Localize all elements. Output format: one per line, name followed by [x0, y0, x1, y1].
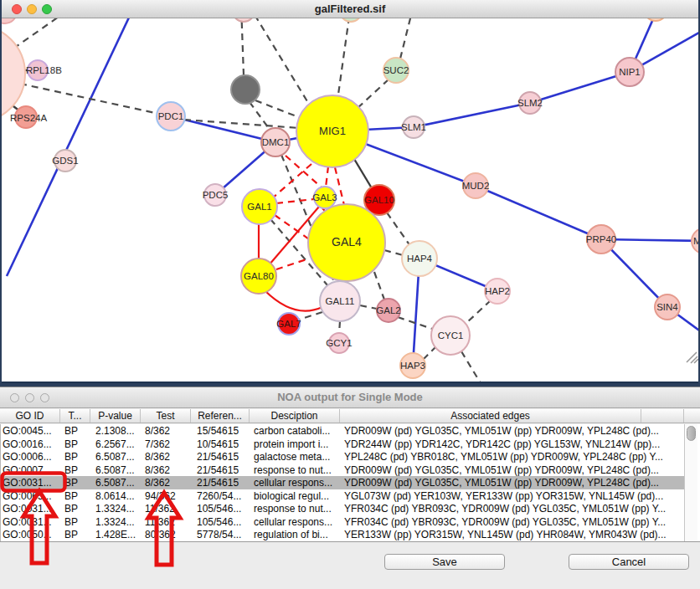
graph-edge — [276, 259, 309, 269]
cell-assoc: YDR244W (pp) YDR142C, YDR142C (pp) YGL15… — [344, 438, 682, 450]
graph-edge — [13, 18, 75, 49]
column-header-filler[interactable] — [641, 409, 684, 423]
graph-edge — [384, 250, 403, 255]
cell-assoc: YPL248C (pd) YBR018C, YML051W (pp) YDR00… — [344, 451, 682, 463]
graph-edge — [265, 291, 322, 311]
graph-edge — [374, 272, 384, 300]
cell-desc: response to nut... — [254, 464, 339, 476]
cell-pvalue: 6.5087... — [95, 464, 141, 476]
table-row[interactable]: GO:0016...BP6.2567...7/36210/54615protei… — [1, 438, 684, 451]
cell-ref: 7260/54... — [197, 490, 249, 502]
graph-edge — [414, 103, 530, 127]
table-row[interactable]: GO:0006...BP6.5087...8/36221/54615galact… — [1, 450, 684, 464]
graph-node-label-GAL3: GAL3 — [312, 192, 337, 202]
window-title: galFiltered.sif — [2, 3, 698, 15]
cell-goid: GO:0007... — [3, 464, 61, 476]
cell-ref: 10/54615 — [197, 438, 249, 450]
cell-desc: carbon cataboli... — [254, 425, 339, 437]
table-row-selected[interactable]: GO:0031...BP6.5087...8/36221/54615cellul… — [1, 476, 684, 489]
cell-assoc: YGL073W (pd) YER103W, YER133W (pp) YOR31… — [344, 490, 682, 502]
table-row[interactable]: GO:0045...BP2.1308...8/36215/54615carbon… — [1, 424, 684, 438]
cell-type: BP — [64, 503, 88, 515]
graph-edge — [20, 84, 159, 114]
column-header-referen[interactable]: Referen... — [191, 409, 250, 423]
cell-desc: galactose meta... — [254, 451, 339, 463]
table-row[interactable]: GO:0031...BP1.3324...11/362105/546...res… — [1, 502, 684, 515]
graph-edge — [360, 305, 377, 309]
table-row[interactable]: GO:0031...BP1.3324...11/362105/546...cel… — [1, 515, 684, 529]
graph-edge — [466, 300, 491, 324]
cell-desc: protein import i... — [254, 438, 339, 450]
graph-edge — [299, 312, 322, 320]
table-body[interactable]: GO:0045...BP2.1308...8/36215/54615carbon… — [0, 424, 684, 541]
cell-goid: GO:0031... — [3, 477, 61, 489]
cell-assoc: YFR034C (pd) YBR093C, YDR009W (pd) YGL03… — [344, 503, 682, 515]
cell-goid: GO:0050... — [3, 529, 61, 540]
network-window-titlebar[interactable]: galFiltered.sif — [2, 0, 698, 18]
graph-node-label-PDC5: PDC5 — [203, 190, 229, 200]
scrollbar-thumb[interactable] — [687, 426, 696, 441]
cell-pvalue: 8.0614... — [95, 490, 141, 502]
cell-test: 80/362 — [145, 529, 190, 540]
cell-ref: 21/54615 — [197, 477, 249, 489]
graph-node-label-HAP2: HAP2 — [485, 286, 510, 296]
cell-ref: 21/54615 — [197, 451, 249, 463]
cell-assoc: YFR034C (pd) YBR093C, YDR009W (pd) YGL03… — [344, 516, 682, 528]
cell-test: 8/362 — [145, 425, 190, 437]
graph-edge — [276, 199, 314, 203]
network-canvas[interactable]: RPL18BRPS24AGDS1PDC1DMC1MIG1SUC2SLM1SLM2… — [2, 18, 698, 382]
cell-assoc: YDR009W (pd) YGL035C, YML051W (pp) YDR00… — [344, 425, 682, 437]
table-row[interactable]: GO:0065...BP8.0614...94/3627260/54...bio… — [1, 489, 684, 503]
cell-test: 8/362 — [145, 451, 190, 463]
graph-node-cornerTL[interactable] — [2, 18, 17, 23]
graph-node-label-PRP40: PRP40 — [586, 234, 616, 244]
graph-node-topPink[interactable] — [233, 18, 255, 22]
column-header-associated-edges[interactable]: Associated edges — [340, 409, 641, 423]
cell-pvalue: 2.1308... — [95, 425, 141, 437]
graph-edge — [424, 346, 436, 359]
graph-node-label-GCY1: GCY1 — [326, 338, 352, 348]
graph-node-label-SIN4: SIN4 — [656, 302, 678, 312]
graph-edge — [7, 18, 136, 276]
cell-assoc: YDR009W (pd) YGL035C, YML051W (pp) YDR00… — [344, 477, 682, 489]
graph-node-topPeach[interactable] — [644, 18, 667, 21]
network-window: galFiltered.sif RPL18BRPS24AGDS1PDC1DMC1… — [2, 0, 698, 383]
graph-edge — [530, 72, 630, 103]
cell-goid: GO:0045... — [3, 425, 61, 437]
cell-pvalue: 1.3324... — [95, 503, 141, 515]
cell-pvalue: 1.3324... — [95, 516, 141, 528]
graph-edge — [271, 164, 311, 199]
cell-type: BP — [64, 464, 88, 476]
graph-node-label-GAL1: GAL1 — [247, 202, 271, 212]
cell-ref: 5778/54... — [197, 529, 249, 540]
cell-ref: 21/54615 — [197, 464, 249, 476]
column-header-t[interactable]: T... — [60, 409, 90, 423]
graph-edge — [241, 18, 244, 75]
graph-node-label-GAL80: GAL80 — [244, 271, 274, 281]
column-header-desciption[interactable]: Desciption — [250, 409, 340, 423]
save-button[interactable]: Save — [384, 554, 505, 570]
table-row[interactable]: GO:0007...BP6.5087...8/36221/54615respon… — [1, 464, 684, 477]
cancel-button[interactable]: Cancel — [569, 554, 689, 570]
cell-test: 8/362 — [145, 464, 190, 476]
column-header-p-value[interactable]: P-value — [90, 409, 141, 423]
graph-node-label-GAL7: GAL7 — [276, 319, 301, 329]
vertical-scrollbar[interactable] — [684, 424, 697, 541]
graph-node-topGreen[interactable] — [340, 18, 362, 22]
graph-node-grayNode[interactable] — [231, 75, 260, 104]
graph-node-label-MSN: MSN — [693, 236, 698, 246]
graph-node-label-RPL18B: RPL18B — [26, 65, 62, 75]
column-header-test[interactable]: Test — [141, 409, 191, 423]
graph-edge — [476, 186, 601, 239]
cell-desc: response to nut... — [254, 503, 339, 515]
noa-window-titlebar[interactable]: NOA output for Single Mode — [0, 387, 700, 408]
cell-pvalue: 6.5087... — [95, 477, 141, 489]
graph-node-label-GAL10: GAL10 — [364, 195, 394, 205]
column-header-go-id[interactable]: GO ID — [0, 409, 60, 423]
cell-goid: GO:0006... — [3, 451, 61, 463]
graph-edge — [339, 321, 340, 334]
resize-grip[interactable] — [687, 352, 697, 362]
cell-test: 7/362 — [145, 438, 190, 450]
cell-type: BP — [64, 477, 88, 489]
table-row[interactable]: GO:0050...BP1.428E...80/3625778/54...reg… — [1, 528, 684, 541]
